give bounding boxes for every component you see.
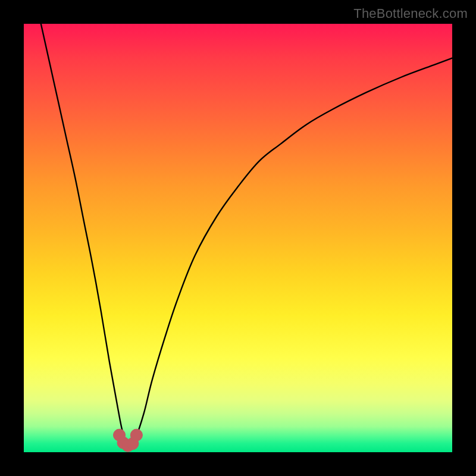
bottleneck-curve — [41, 24, 452, 446]
chart-frame: TheBottleneck.com — [0, 0, 476, 476]
plot-area — [24, 24, 452, 452]
watermark-text: TheBottleneck.com — [353, 6, 468, 21]
notch-marker — [130, 429, 142, 441]
notch-markers — [113, 429, 142, 452]
curve-layer — [24, 24, 452, 452]
